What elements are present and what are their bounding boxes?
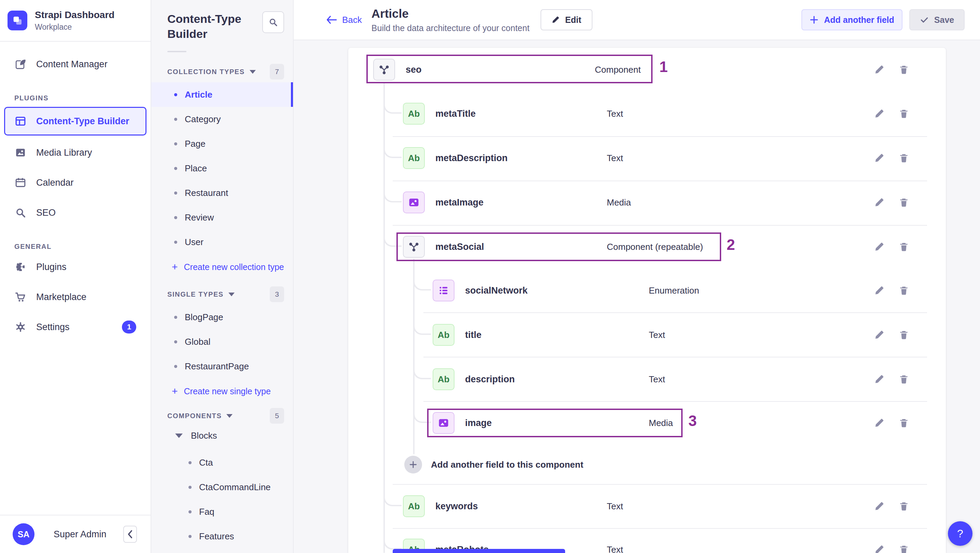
puzzle-icon bbox=[14, 261, 27, 273]
delete-field-button[interactable] bbox=[898, 373, 910, 385]
component-features[interactable]: Features bbox=[151, 524, 293, 548]
sidebar-item-plugins[interactable]: Plugins bbox=[0, 256, 151, 278]
field-type: Text bbox=[607, 545, 623, 553]
add-field-to-component-label[interactable]: Add another field to this component bbox=[431, 459, 583, 470]
bullet-icon bbox=[188, 486, 192, 489]
sidebar-item-content-type-builder[interactable]: Content-Type Builder bbox=[4, 107, 146, 135]
edit-button[interactable]: Edit bbox=[541, 9, 592, 30]
collection-type-category[interactable]: Category bbox=[151, 107, 293, 132]
delete-field-button[interactable] bbox=[898, 152, 910, 164]
delete-field-button[interactable] bbox=[898, 329, 910, 341]
help-label: ? bbox=[957, 528, 963, 540]
edit-field-button[interactable] bbox=[873, 329, 885, 341]
create-collection-type-link[interactable]: + Create new collection type bbox=[151, 254, 293, 280]
plugins-section-label: PLUGINS bbox=[0, 94, 151, 102]
delete-field-button[interactable] bbox=[898, 197, 910, 208]
sidebar-item-content-manager[interactable]: Content Manager bbox=[0, 53, 151, 75]
collection-types-label[interactable]: COLLECTION TYPES bbox=[167, 68, 245, 76]
field-type: Enumeration bbox=[649, 285, 699, 296]
edit-field-button[interactable] bbox=[873, 373, 885, 385]
delete-field-button[interactable] bbox=[898, 417, 910, 429]
collection-types-count: 7 bbox=[270, 64, 284, 79]
search-icon bbox=[268, 17, 278, 27]
delete-field-button[interactable] bbox=[898, 108, 910, 119]
bullet-icon bbox=[174, 241, 177, 244]
pencil-icon bbox=[874, 501, 885, 512]
main-area: Back Article Build the data architecture… bbox=[294, 0, 980, 553]
create-single-type-link[interactable]: + Create new single type bbox=[151, 378, 293, 404]
edit-field-button[interactable] bbox=[873, 152, 885, 164]
sidebar-item-marketplace[interactable]: Marketplace bbox=[0, 286, 151, 308]
field-row-metadescription: Ab metaDescription Text bbox=[348, 136, 946, 180]
delete-field-button[interactable] bbox=[898, 64, 910, 75]
avatar[interactable]: SA bbox=[13, 523, 35, 545]
components-category-blocks[interactable]: Blocks bbox=[151, 424, 293, 448]
components-label[interactable]: COMPONENTS bbox=[167, 412, 222, 420]
edit-field-button[interactable] bbox=[873, 241, 885, 253]
collection-type-article[interactable]: Article bbox=[151, 82, 293, 107]
plus-icon bbox=[810, 15, 818, 24]
sidebar-item-label: Calendar bbox=[36, 178, 74, 188]
pencil-icon bbox=[552, 16, 560, 24]
edit-field-button[interactable] bbox=[873, 285, 885, 296]
component-cta[interactable]: Cta bbox=[151, 450, 293, 475]
collection-type-user[interactable]: User bbox=[151, 230, 293, 254]
field-type: Media bbox=[607, 197, 631, 208]
delete-field-button[interactable] bbox=[898, 544, 910, 553]
single-type-blogpage[interactable]: BlogPage bbox=[151, 305, 293, 329]
trash-icon bbox=[899, 285, 909, 296]
delete-field-button[interactable] bbox=[898, 241, 910, 253]
bullet-icon bbox=[174, 142, 177, 145]
save-button[interactable]: Save bbox=[909, 9, 965, 30]
collection-type-review[interactable]: Review bbox=[151, 205, 293, 230]
collection-type-place[interactable]: Place bbox=[151, 156, 293, 181]
single-types-label[interactable]: SINGLE TYPES bbox=[167, 291, 224, 298]
strapi-dashboard-screen: Strapi Dashboard Workplace Content Manag… bbox=[0, 0, 980, 553]
add-another-field-button[interactable]: Add another field bbox=[802, 9, 902, 30]
bullet-icon bbox=[174, 340, 177, 343]
collection-type-page[interactable]: Page bbox=[151, 132, 293, 156]
edit-field-button[interactable] bbox=[873, 417, 885, 429]
component-ctacommandline[interactable]: CtaCommandLine bbox=[151, 475, 293, 499]
add-field-bottom-button[interactable] bbox=[393, 549, 565, 553]
sidebar-item-settings[interactable]: Settings 1 bbox=[0, 316, 151, 338]
media-field-icon bbox=[433, 412, 455, 434]
bullet-icon bbox=[174, 167, 177, 170]
edit-field-button[interactable] bbox=[873, 108, 885, 119]
media-field-icon bbox=[403, 192, 425, 213]
edit-field-button[interactable] bbox=[873, 64, 885, 75]
field-name: image bbox=[465, 418, 492, 428]
sidebar-item-seo[interactable]: SEO bbox=[0, 202, 151, 224]
trash-icon bbox=[899, 242, 909, 252]
layout-grid-icon bbox=[14, 115, 27, 127]
search-button[interactable] bbox=[262, 11, 284, 33]
field-name: metaSocial bbox=[435, 242, 484, 252]
field-type: Media bbox=[649, 418, 673, 428]
collapse-sidebar-button[interactable] bbox=[123, 526, 137, 543]
pencil-icon bbox=[874, 285, 885, 296]
edit-field-button[interactable] bbox=[873, 501, 885, 512]
help-button[interactable]: ? bbox=[948, 521, 972, 546]
pencil-icon bbox=[874, 418, 885, 428]
sidebar-footer: SA Super Admin bbox=[0, 515, 151, 553]
field-type: Component bbox=[595, 65, 641, 75]
delete-field-button[interactable] bbox=[898, 501, 910, 512]
sidebar-item-media-library[interactable]: Media Library bbox=[0, 141, 151, 164]
collection-type-restaurant[interactable]: Restaurant bbox=[151, 181, 293, 205]
page-title: Article bbox=[372, 7, 530, 21]
chevron-down-icon bbox=[250, 70, 256, 74]
edit-field-button[interactable] bbox=[873, 197, 885, 208]
panel-divider bbox=[167, 51, 186, 52]
edit-field-button[interactable] bbox=[873, 544, 885, 553]
trash-icon bbox=[899, 374, 909, 385]
plus-circle-icon[interactable] bbox=[404, 456, 422, 474]
delete-field-button[interactable] bbox=[898, 285, 910, 296]
component-faq[interactable]: Faq bbox=[151, 499, 293, 524]
sidebar-item-calendar[interactable]: Calendar bbox=[0, 172, 151, 194]
strapi-logo-icon bbox=[8, 11, 27, 30]
back-link[interactable]: Back bbox=[326, 15, 362, 25]
trash-icon bbox=[899, 153, 909, 163]
single-type-global[interactable]: Global bbox=[151, 329, 293, 354]
single-type-restaurantpage[interactable]: RestaurantPage bbox=[151, 354, 293, 378]
pencil-icon bbox=[874, 330, 885, 340]
